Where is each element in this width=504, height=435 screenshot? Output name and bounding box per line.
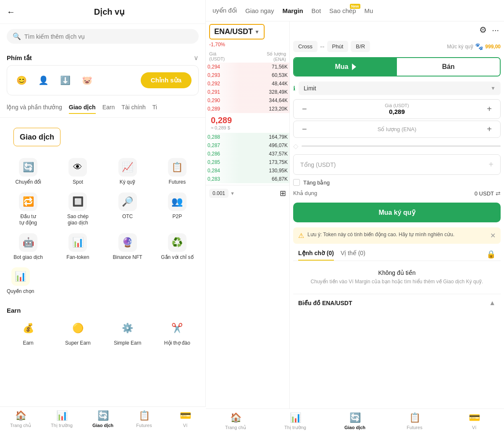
quyenchon-label: Quyền chọn [7,288,34,295]
quyenchon-icon: 📊 [11,267,30,286]
warning-close[interactable]: ✕ [490,232,496,240]
controls-row: Cross -- Phút B/R Mức ký quỹ 🐾 999,00 [293,38,501,55]
nav-tab-margin[interactable]: Margin [279,5,306,16]
back-button[interactable]: ← [7,7,15,17]
settings-icon[interactable]: ⚙ [479,25,487,35]
tab-more[interactable]: Ti [152,104,157,114]
ob-sell-row-4[interactable]: 0,291 328,49K [206,88,289,96]
nav-tab-more[interactable]: Mu [361,5,377,16]
wallet-nav-icon: 💳 [180,410,191,421]
left-header: ← Dịch vụ [0,0,205,24]
order-settings-icon[interactable]: 🔒 [486,250,496,261]
qty-plus[interactable]: + [483,124,495,134]
transfer-icon[interactable]: ⇄ [496,190,501,197]
tangbang-checkbox[interactable] [293,179,300,186]
unit-button[interactable]: Phút [327,41,349,52]
submit-button[interactable]: Mua ký quỹ [293,203,501,222]
total-plus[interactable]: + [488,160,494,169]
pending-orders-tab[interactable]: Lệnh chờ (0) [298,250,334,261]
shortcut-icon-3: ⬇️ [58,73,73,88]
rnav-home[interactable]: 🏠 Trang chủ [206,412,265,430]
earn-item-superearn[interactable]: 🟡 Super Earn [56,319,99,347]
amount-slider[interactable] [302,145,501,147]
grid-item-bot[interactable]: 🤖 Bot giao dịch [7,233,50,261]
nav-item-trade[interactable]: 🔄 Giao dịch [82,410,123,428]
ob-buy-row-2[interactable]: 0,287 496,07K [206,141,289,150]
grid-item-nft[interactable]: 🔮 Binance NFT [106,233,149,261]
shortcuts-arrow[interactable]: ∨ [194,54,199,62]
ob-sell-row-3[interactable]: 0,292 48,44K [206,79,289,88]
simpleearn-label: Simple Earn [114,340,141,347]
nav-item-market[interactable]: 📊 Thị trường [41,410,82,428]
ob-sell-row-2[interactable]: 0,293 60,53K [206,71,289,79]
rnav-trade[interactable]: 🔄 Giao dịch [325,412,385,430]
grid-item-futures[interactable]: 📋 Futures [156,158,199,186]
ob-sell-row-6[interactable]: 0,289 123,20K [206,105,289,113]
nav-item-home[interactable]: 🏠 Trang chủ [0,410,41,428]
rnav-market[interactable]: 📊 Thị trường [265,412,325,430]
trade-nav-label: Giao dịch [92,423,113,428]
lot-dropdown-icon[interactable]: ▼ [230,191,235,196]
grid-item-quyenchon[interactable]: 📊 Quyền chọn [7,267,34,295]
sell-tab[interactable]: Bán [397,58,500,76]
tab-earn[interactable]: Earn [102,104,115,114]
pair-selector[interactable]: ENA/USDT ▼ [209,24,265,40]
order-type-select[interactable]: Limit ▼ [299,82,501,95]
search-bar[interactable]: 🔍 [7,29,199,44]
grid-item-saochep[interactable]: 🔲 Sao chépgiao dịch [56,192,99,227]
positions-tab[interactable]: Vị thế (0) [341,250,365,261]
br-button[interactable]: B/R [351,41,370,52]
ob-sell-row-5[interactable]: 0,290 344,64K [206,96,289,105]
qty-input-row[interactable]: − Số lượng (ENA) + [293,121,501,138]
earn-item-simpleearn[interactable]: ⚙️ Simple Earn [106,319,149,347]
earn-item-mining[interactable]: ✂️ Hội thợ đào [156,319,199,347]
buy-tab[interactable]: Mua [294,58,397,76]
nav-tab-bot[interactable]: Bot [308,5,325,16]
spot-icon: 👁 [68,158,87,177]
market-nav-label: Thị trường [51,423,73,428]
price-input-row: − Giá (USDT) 0,289 + [293,99,501,119]
sell-qty-3: 48,44K [272,81,288,87]
chart-view-icon[interactable]: ⊞ [280,189,286,198]
ob-buy-row-6[interactable]: 0,283 66,87K [206,175,289,183]
nav-tab-copy[interactable]: Sao chép New [326,5,359,16]
qty-minus[interactable]: − [299,124,310,134]
mid-price: 0,289 ≈ 0,289 $ [206,113,289,133]
grid-item-daututo[interactable]: 🔁 Đầu tưtự động [7,192,50,227]
search-input[interactable] [24,33,193,40]
grid-item-ganvoi[interactable]: ♻️ Gắn với chỉ số [156,233,199,261]
nav-item-wallet[interactable]: 💳 Ví [165,410,206,428]
rnav-futures[interactable]: 📋 Futures [385,412,444,430]
total-row[interactable]: Tổng (USDT) + [293,154,501,175]
edit-button[interactable]: Chỉnh sửa [141,72,192,88]
tab-rewards[interactable]: lộng và phần thưởng [7,104,62,114]
grid-item-fantoken[interactable]: 📊 Fan-token [56,233,99,261]
grid-item-spot[interactable]: 👁 Spot [56,158,99,186]
grid-item-kyquy[interactable]: 📈 Ký quỹ [106,158,149,186]
ob-buy-row-1[interactable]: 0,288 164,79K [206,133,289,141]
rnav-market-label: Thị trường [284,425,306,430]
tab-trading[interactable]: Giao dịch [69,104,96,114]
chart-collapse-icon[interactable]: ▲ [489,299,496,307]
ob-buy-row-5[interactable]: 0,284 130,95K [206,166,289,175]
lot-size[interactable]: 0.001 [209,189,228,198]
rnav-wallet[interactable]: 💳 Ví [444,412,504,430]
ob-buy-row-4[interactable]: 0,285 173,75K [206,158,289,166]
earn-item-earn[interactable]: 💰 Earn [7,319,50,347]
nav-tab-spot[interactable]: Giao ngay [242,5,277,16]
cross-button[interactable]: Cross [293,41,318,52]
more-icon[interactable]: ··· [492,25,499,35]
tab-finance[interactable]: Tài chính [121,104,146,114]
nav-tab-convert[interactable]: uyển đổi [209,5,240,16]
grid-item-otc[interactable]: 🔎 OTC [106,192,149,227]
earn-section: Earn 💰 Earn 🟡 Super Earn ⚙️ Simple Earn … [0,303,205,347]
ob-sell-row-1[interactable]: 0,294 71,56K [206,63,289,71]
grid-item-chuyendoi[interactable]: 🔄 Chuyển đổi [7,158,50,186]
price-minus[interactable]: − [299,104,310,114]
nav-item-futures[interactable]: 📋 Futures [123,410,165,428]
grid-item-p2p[interactable]: 👥 P2P [156,192,199,227]
rnav-futures-icon: 📋 [409,412,420,423]
trade-nav-icon: 🔄 [97,410,109,421]
price-plus[interactable]: + [483,104,495,114]
ob-buy-row-3[interactable]: 0,286 437,57K [206,150,289,158]
